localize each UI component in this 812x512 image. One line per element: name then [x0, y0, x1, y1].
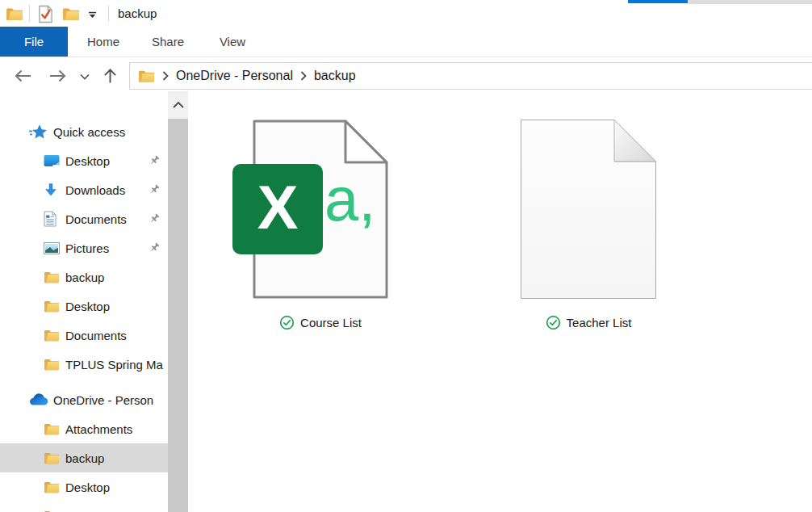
csv-text-glyph: a,	[324, 160, 375, 240]
sidebar-item-backup-qa[interactable]: backup	[0, 262, 168, 292]
file-explorer-window: backup File Home Share View On	[0, 0, 812, 512]
pin-icon	[148, 241, 161, 254]
file-name[interactable]: Teacher List	[567, 316, 632, 329]
navigation-pane: Quick access Desktop Downloads Documents…	[0, 91, 168, 512]
file-item-teacher-list[interactable]: Teacher List	[494, 113, 683, 347]
onedrive-cloud-icon	[29, 393, 48, 406]
sidebar-item-downloads[interactable]: Downloads	[0, 175, 168, 204]
folder-icon	[44, 358, 60, 371]
sidebar-scrollbar[interactable]	[168, 91, 188, 512]
scrollbar-up-button[interactable]	[168, 91, 188, 119]
ribbon-tab-bar: File Home Share View	[0, 27, 812, 57]
main-area: Quick access Desktop Downloads Documents…	[0, 91, 812, 512]
folder-icon	[44, 271, 60, 283]
breadcrumb-backup[interactable]: backup	[314, 69, 356, 83]
folder-icon	[44, 422, 60, 435]
sidebar-item-backup-selected[interactable]: backup	[0, 443, 168, 472]
pictures-icon	[44, 242, 60, 254]
titlebar-separator	[29, 5, 30, 22]
sidebar-item-documents-pinned[interactable]: Documents	[0, 204, 168, 233]
tab-share[interactable]: Share	[136, 27, 200, 57]
folder-icon	[44, 329, 60, 342]
tab-view[interactable]: View	[200, 27, 265, 57]
up-button[interactable]	[102, 65, 118, 86]
navigation-bar: OneDrive - Personal backup	[0, 61, 812, 90]
breadcrumb-chevron-icon	[162, 71, 169, 81]
tab-file[interactable]: File	[0, 27, 68, 57]
address-folder-icon	[138, 69, 155, 83]
generic-file-icon	[521, 120, 656, 299]
document-icon	[44, 211, 60, 227]
back-button[interactable]	[12, 69, 33, 83]
window-folder-icon	[6, 6, 23, 21]
new-folder-button[interactable]	[61, 6, 81, 22]
sidebar-item-documents-qa[interactable]: Documents	[0, 321, 168, 350]
recent-locations-dropdown[interactable]	[79, 73, 90, 81]
folder-icon	[44, 451, 60, 464]
excel-logo-icon: X	[232, 164, 323, 254]
file-item-course-list[interactable]: a, X Course List	[226, 113, 415, 347]
file-list[interactable]: a, X Course List	[188, 91, 812, 512]
ribbon-divider	[0, 57, 812, 57]
forward-button[interactable]	[48, 69, 69, 83]
folder-icon	[44, 481, 60, 493]
sidebar-item-desktop-qa[interactable]: Desktop	[0, 292, 168, 321]
titlebar-separator	[108, 5, 109, 22]
pin-icon	[148, 183, 161, 196]
sidebar-item-quick-access[interactable]: Quick access	[0, 117, 168, 146]
pin-icon	[148, 154, 161, 167]
background-window-accent-bar	[628, 0, 688, 3]
pin-icon	[148, 212, 161, 225]
sidebar-item-desktop-pinned[interactable]: Desktop	[0, 146, 168, 175]
desktop-icon	[44, 154, 60, 167]
qat-customize-dropdown[interactable]	[86, 10, 98, 19]
tab-home[interactable]: Home	[71, 27, 136, 57]
sync-status-icon	[279, 315, 295, 330]
sidebar-item-tplus-spring[interactable]: TPLUS Spring Ma	[0, 350, 168, 379]
folder-icon	[44, 300, 60, 313]
properties-button[interactable]	[36, 3, 54, 24]
file-name[interactable]: Course List	[300, 316, 362, 329]
quick-access-star-icon	[29, 124, 48, 140]
title-bar[interactable]: backup	[0, 0, 628, 27]
background-window-edge	[688, 0, 812, 4]
sidebar-item-clipped[interactable]	[0, 502, 168, 512]
breadcrumb-onedrive[interactable]: OneDrive - Personal	[176, 69, 293, 83]
sync-status-icon	[546, 315, 561, 330]
scrollbar-thumb[interactable]	[168, 119, 188, 512]
sidebar-item-onedrive[interactable]: OneDrive - Person	[0, 385, 168, 414]
window-title: backup	[118, 6, 157, 20]
sidebar-item-attachments[interactable]: Attachments	[0, 414, 168, 443]
sidebar-item-pictures[interactable]: Pictures	[0, 233, 168, 262]
downloads-icon	[44, 183, 60, 197]
sidebar-item-desktop-od[interactable]: Desktop	[0, 472, 168, 502]
breadcrumb-chevron-icon	[300, 71, 307, 81]
address-bar[interactable]: OneDrive - Personal backup	[129, 62, 812, 90]
